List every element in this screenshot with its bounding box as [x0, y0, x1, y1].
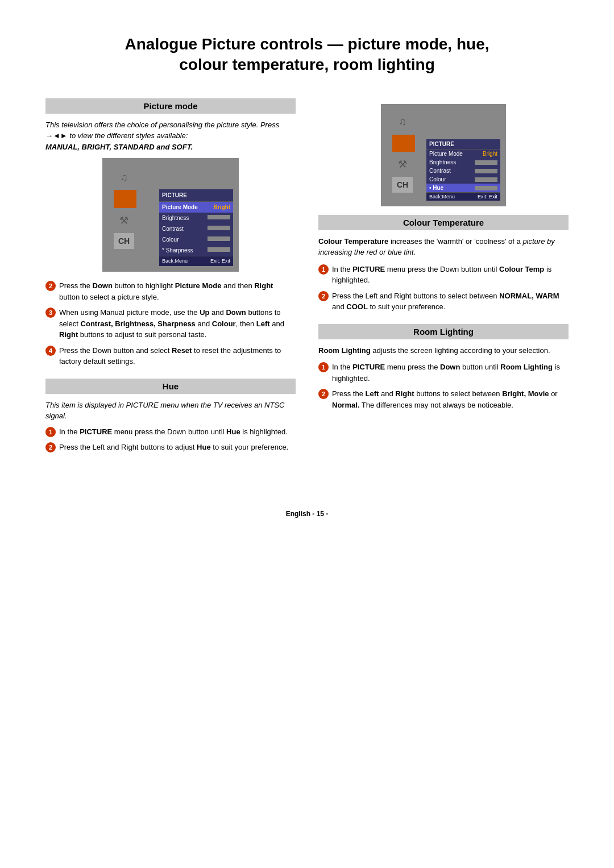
- colour-temperature-body: Colour Temperature increases the 'warmth…: [318, 236, 569, 313]
- tv-icon-ch: CH: [114, 233, 134, 249]
- tv-screen-image-right: ♫ ⚒ CH PICTURE Picture ModeBright Bright…: [381, 104, 506, 206]
- step-num-3: 3: [45, 308, 56, 318]
- tv-menu-item-3: Colour: [159, 234, 233, 245]
- picture-mode-intro: This television offers the choice of per…: [45, 119, 296, 153]
- picture-mode-step3: 3 When using Manual picture mode, use th…: [45, 307, 296, 340]
- hue-step1: 1 In the PICTURE menu press the Down but…: [45, 426, 296, 438]
- colour-temperature-intro: Colour Temperature increases the 'warmth…: [318, 236, 569, 258]
- page-footer: English - 15 -: [45, 510, 569, 518]
- picture-mode-header: Picture mode: [45, 98, 296, 114]
- tv-menu-right: PICTURE Picture ModeBright Brightness Co…: [426, 139, 500, 201]
- footer-text: English - 15 -: [286, 510, 329, 518]
- tv-icon-picture-r: [392, 135, 415, 152]
- tv-menu-title-right: PICTURE: [426, 139, 500, 149]
- page-title: Analogue Picture controls — picture mode…: [45, 34, 569, 76]
- room-lighting-step-num-1: 1: [318, 362, 329, 372]
- left-column: Picture mode This television offers the …: [45, 98, 296, 464]
- hue-intro: This item is displayed in PICTURE menu w…: [45, 400, 296, 422]
- tv-icon-music: ♫: [114, 169, 134, 185]
- room-lighting-step-text-2: Press the Left and Right buttons to sele…: [332, 388, 569, 410]
- step-num-2: 2: [45, 281, 56, 291]
- tv-menu-item-r3: Colour: [426, 175, 500, 184]
- colour-temp-step-text-2: Press the Left and Right buttons to sele…: [332, 290, 569, 313]
- page: Analogue Picture controls — picture mode…: [0, 0, 614, 868]
- hue-step-num-2: 2: [45, 442, 56, 452]
- room-lighting-section: Room Lighting Room Lighting adjusts the …: [318, 324, 569, 411]
- colour-temperature-section: Colour Temperature Colour Temperature in…: [318, 215, 569, 313]
- hue-step-text-1: In the PICTURE menu press the Down butto…: [59, 426, 296, 438]
- hue-step-num-1: 1: [45, 427, 56, 437]
- room-lighting-step-num-2: 2: [318, 389, 329, 399]
- tv-menu-item-r4: • Hue: [426, 184, 500, 192]
- tv-icon-picture: [114, 190, 136, 208]
- colour-temp-step-num-1: 1: [318, 264, 329, 275]
- room-lighting-step-text-1: In the PICTURE menu press the Down butto…: [332, 362, 569, 384]
- tv-screen-image-left: ♫ ⚒ CH PICTURE Picture ModeBright: [102, 158, 239, 272]
- tv-screen-right-container: ♫ ⚒ CH PICTURE Picture ModeBright Bright…: [318, 104, 569, 206]
- step-num-4: 4: [45, 346, 56, 356]
- tv-icon-ch-r: CH: [392, 177, 413, 193]
- tv-menu-item-r1: Brightness: [426, 158, 500, 167]
- tv-icon-music-r: ♫: [392, 114, 413, 130]
- room-lighting-step2: 2 Press the Left and Right buttons to se…: [318, 388, 569, 410]
- room-lighting-body: Room Lighting adjusts the screen lightin…: [318, 345, 569, 411]
- picture-mode-step4: 4 Press the Down button and select Reset…: [45, 345, 296, 367]
- colour-temp-step-num-2: 2: [318, 291, 329, 301]
- picture-mode-section: Picture mode This television offers the …: [45, 98, 296, 367]
- colour-temp-step1: 1 In the PICTURE menu press the Down but…: [318, 264, 569, 286]
- tv-icon-settings: ⚒: [114, 213, 134, 229]
- room-lighting-header: Room Lighting: [318, 324, 569, 339]
- tv-menu-item-1: Brightness: [159, 213, 233, 223]
- tv-menu-item-r0: Picture ModeBright: [426, 149, 500, 158]
- tv-screen-left: ♫ ⚒ CH PICTURE Picture ModeBright: [45, 158, 296, 272]
- tv-menu-footer-right: Back:Menu Exit: Exit: [426, 192, 500, 201]
- picture-mode-body: This television offers the choice of per…: [45, 119, 296, 367]
- hue-header: Hue: [45, 379, 296, 394]
- tv-menu-footer-left: Back:Menu Exit: Exit: [159, 256, 233, 267]
- picture-mode-step2: 2 Press the Down button to highlight Pic…: [45, 280, 296, 302]
- tv-menu-item-0: Picture ModeBright: [159, 202, 233, 213]
- colour-temp-step-text-1: In the PICTURE menu press the Down butto…: [332, 264, 569, 286]
- room-lighting-intro: Room Lighting adjusts the screen lightin…: [318, 345, 569, 356]
- colour-temperature-header: Colour Temperature: [318, 215, 569, 230]
- hue-section: Hue This item is displayed in PICTURE me…: [45, 379, 296, 453]
- colour-temp-step2: 2 Press the Left and Right buttons to se…: [318, 290, 569, 313]
- right-column: ♫ ⚒ CH PICTURE Picture ModeBright Bright…: [318, 98, 569, 422]
- tv-menu-item-r2: Contrast: [426, 167, 500, 175]
- hue-step2: 2 Press the Left and Right buttons to ad…: [45, 442, 296, 453]
- step-text-4: Press the Down button and select Reset t…: [59, 345, 296, 367]
- tv-icon-settings-r: ⚒: [392, 156, 413, 172]
- step-text-3: When using Manual picture mode, use the …: [59, 307, 296, 340]
- step-text-2: Press the Down button to highlight Pictu…: [59, 280, 296, 302]
- content-area: Picture mode This television offers the …: [45, 98, 569, 464]
- tv-menu-left: PICTURE Picture ModeBright Brightness Co…: [159, 189, 233, 267]
- hue-step-text-2: Press the Left and Right buttons to adju…: [59, 442, 296, 453]
- room-lighting-step1: 1 In the PICTURE menu press the Down but…: [318, 362, 569, 384]
- tv-menu-title-left: PICTURE: [159, 189, 233, 202]
- tv-menu-item-4: * Sharpness: [159, 245, 233, 256]
- hue-body: This item is displayed in PICTURE menu w…: [45, 400, 296, 453]
- tv-menu-item-2: Contrast: [159, 223, 233, 234]
